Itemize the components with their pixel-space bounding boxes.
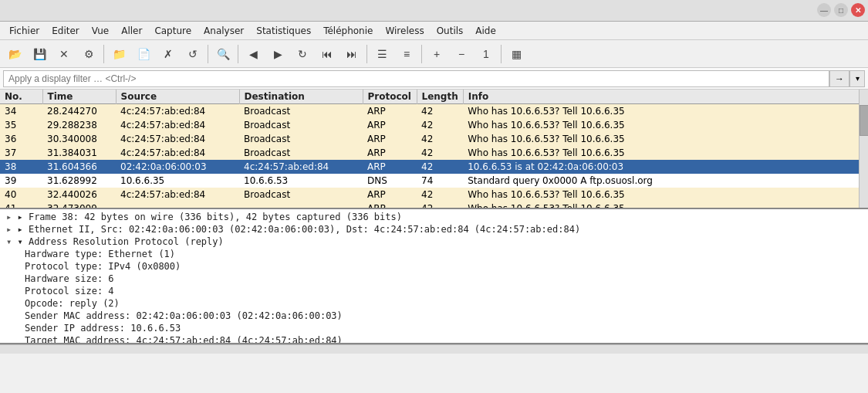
filter-input[interactable] (3, 70, 829, 87)
table-row[interactable]: 3731.3840314c:24:57:ab:ed:84BroadcastARP… (0, 146, 868, 160)
menu-telephonie[interactable]: Téléphonie (317, 24, 379, 38)
close-button[interactable]: ✕ (851, 3, 865, 17)
toolbar-find-button[interactable]: 🔍 (211, 43, 235, 65)
table-cell: 42 (417, 160, 463, 174)
menu-fichier[interactable]: Fichier (3, 24, 46, 38)
table-cell: 42 (417, 104, 463, 118)
menu-capture[interactable]: Capture (148, 24, 198, 38)
table-cell: DNS (363, 174, 417, 188)
table-row[interactable]: 3428.2442704c:24:57:ab:ed:84BroadcastARP… (0, 104, 868, 118)
table-cell: 39 (0, 174, 42, 188)
toolbar-sep2 (208, 45, 208, 63)
packet-list-scrollbar[interactable] (859, 90, 868, 208)
packet-detail: ▸ Frame 38: 42 bytes on wire (336 bits),… (0, 209, 868, 344)
table-cell: ARP (363, 160, 417, 174)
toolbar-sep4 (366, 45, 367, 63)
table-row[interactable]: 3529.2882384c:24:57:ab:ed:84BroadcastARP… (0, 118, 868, 132)
toolbar-sep1 (103, 45, 104, 63)
table-cell: ... (239, 202, 363, 210)
table-cell: 32.473009 (42, 202, 116, 210)
toolbar-back-button[interactable]: ◀ (241, 43, 265, 65)
table-cell: 28.244270 (42, 104, 116, 118)
toolbar-list1-button[interactable]: ☰ (370, 43, 393, 65)
table-row[interactable]: 4132.473009......ARP42Who has 10.6.6.53?… (0, 202, 868, 210)
horizontal-scrollbar[interactable] (0, 344, 868, 354)
table-cell: 41 (0, 202, 42, 210)
table-cell: 31.604366 (42, 160, 116, 174)
toolbar-close-button[interactable]: ✕ (52, 43, 76, 65)
menu-analyser[interactable]: Analyser (198, 24, 250, 38)
table-cell: Who has 10.6.6.53? Tell 10.6.6.35 (463, 132, 867, 146)
toolbar-openfile-button[interactable]: 📁 (107, 43, 130, 65)
window-controls: — □ ✕ (817, 3, 865, 17)
toolbar-plus-button[interactable]: + (425, 43, 448, 65)
table-cell: 35 (0, 118, 42, 132)
menu-statistiques[interactable]: Statistiques (250, 24, 317, 38)
packet-table: No. Time Source Destination Protocol Len… (0, 90, 868, 209)
toolbar-minus-button[interactable]: − (450, 43, 473, 65)
detail-line: Protocol size: 4 (0, 285, 868, 297)
table-cell: 02:42:0a:06:00:03 (116, 160, 239, 174)
toolbar-one-button[interactable]: 1 (475, 43, 498, 65)
detail-line[interactable]: ▸ Ethernet II, Src: 02:42:0a:06:00:03 (0… (0, 223, 868, 235)
menu-outils[interactable]: Outils (431, 24, 470, 38)
table-cell: 31.628992 (42, 174, 116, 188)
table-cell: 31.384031 (42, 146, 116, 160)
toolbar-fwd-button[interactable]: ▶ (266, 43, 289, 65)
toolbar: 📂 💾 ✕ ⚙ 📁 📄 ✗ ↺ 🔍 ◀ ▶ ↻ ⏮ ⏭ ☰ ≡ + − 1 ▦ (0, 40, 868, 68)
table-cell: 4c:24:57:ab:ed:84 (116, 146, 239, 160)
filter-apply-button[interactable]: → (829, 70, 849, 87)
table-cell: 42 (417, 118, 463, 132)
table-row[interactable]: 3931.62899210.6.6.3510.6.6.53DNS74Standa… (0, 174, 868, 188)
toolbar-x-button[interactable]: ✗ (157, 43, 180, 65)
toolbar-first-button[interactable]: ⏮ (316, 43, 339, 65)
toolbar-save-button[interactable]: 💾 (28, 43, 51, 65)
detail-line: Hardware type: Ethernet (1) (0, 248, 868, 260)
minimize-button[interactable]: — (817, 3, 831, 17)
detail-line: Sender IP address: 10.6.6.53 (0, 322, 868, 334)
packet-list: No. Time Source Destination Protocol Len… (0, 90, 868, 209)
table-cell: 42 (417, 202, 463, 210)
detail-line[interactable]: ▾ Address Resolution Protocol (reply) (0, 235, 868, 248)
toolbar-refresh-button[interactable]: ↺ (181, 43, 204, 65)
menu-editer[interactable]: Editer (46, 24, 86, 38)
table-cell: 10.6.6.53 (239, 174, 363, 188)
toolbar-settings-button[interactable]: ⚙ (77, 43, 100, 65)
table-cell: 4c:24:57:ab:ed:84 (116, 188, 239, 202)
table-cell: 30.340008 (42, 132, 116, 146)
col-header-length: Length (417, 90, 463, 104)
table-cell: Broadcast (239, 118, 363, 132)
table-cell: Broadcast (239, 132, 363, 146)
menu-bar: Fichier Editer Vue Aller Capture Analyse… (0, 22, 868, 40)
table-cell: Who has 10.6.6.53? Tell 10.6.6.35 (463, 202, 867, 210)
packet-table-header: No. Time Source Destination Protocol Len… (0, 90, 868, 104)
table-cell: 38 (0, 160, 42, 174)
col-header-no: No. (0, 90, 42, 104)
menu-vue[interactable]: Vue (86, 24, 115, 38)
toolbar-last-button[interactable]: ⏭ (340, 43, 363, 65)
table-row[interactable]: 4032.4400264c:24:57:ab:ed:84BroadcastARP… (0, 188, 868, 202)
table-row[interactable]: 3831.60436602:42:0a:06:00:034c:24:57:ab:… (0, 160, 868, 174)
toolbar-chart-button[interactable]: ▦ (505, 43, 528, 65)
table-row[interactable]: 3630.3400084c:24:57:ab:ed:84BroadcastARP… (0, 132, 868, 146)
detail-line[interactable]: ▸ Frame 38: 42 bytes on wire (336 bits),… (0, 211, 868, 223)
menu-aide[interactable]: Aide (469, 24, 502, 38)
table-cell: Broadcast (239, 146, 363, 160)
table-cell: 34 (0, 104, 42, 118)
table-cell: Standard query 0x0000 A ftp.osuosl.org (463, 174, 867, 188)
toolbar-reload-button[interactable]: ↻ (291, 43, 314, 65)
toolbar-list2-button[interactable]: ≡ (395, 43, 418, 65)
filter-dropdown-button[interactable]: ▾ (849, 70, 865, 87)
table-cell: 29.288238 (42, 118, 116, 132)
maximize-button[interactable]: □ (834, 3, 848, 17)
toolbar-open-button[interactable]: 📂 (3, 43, 26, 65)
table-cell: 4c:24:57:ab:ed:84 (116, 132, 239, 146)
table-cell: ARP (363, 188, 417, 202)
packet-list-scrollthumb[interactable] (860, 105, 868, 136)
toolbar-sep6 (501, 45, 502, 63)
table-cell: 10.6.6.35 (116, 174, 239, 188)
menu-aller[interactable]: Aller (115, 24, 148, 38)
toolbar-doc-button[interactable]: 📄 (132, 43, 155, 65)
menu-wireless[interactable]: Wireless (379, 24, 430, 38)
table-cell: 74 (417, 174, 463, 188)
